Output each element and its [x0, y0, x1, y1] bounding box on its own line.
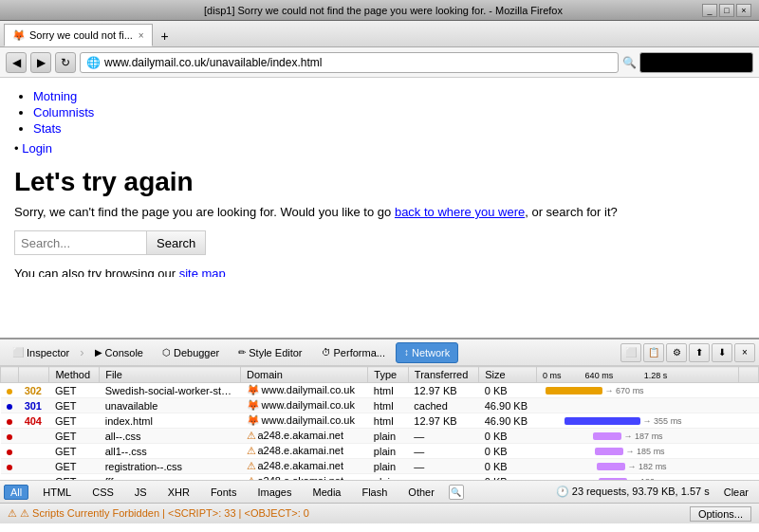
row-transferred: —	[408, 459, 478, 474]
row-size: 0 KB	[479, 429, 537, 444]
nav-link-columnists[interactable]: Columnists	[33, 105, 94, 119]
row-indicator	[1, 413, 19, 429]
sitemap-link[interactable]: site map	[179, 266, 226, 277]
row-status: 301	[19, 398, 49, 413]
filter-xhr[interactable]: XHR	[161, 485, 196, 500]
devtools-tab-network[interactable]: ↕ Network	[396, 342, 458, 363]
requests-summary: 🕐 23 requests, 93.79 KB, 1.57 s	[556, 486, 710, 498]
maximize-button[interactable]: □	[719, 4, 734, 17]
row-domain: ⚠a248.e.akamai.net	[241, 459, 368, 474]
row-extra	[738, 398, 758, 413]
row-indicator	[1, 383, 19, 398]
back-button[interactable]: ◀	[6, 52, 27, 73]
filter-other[interactable]: Other	[401, 485, 441, 500]
settings-button[interactable]: ⚙	[666, 343, 687, 362]
security-warning: ⚠ ⚠ Scripts Currently Forbidden | <SCRIP…	[8, 507, 309, 520]
row-file: unavailable	[100, 398, 241, 413]
filter-js[interactable]: JS	[128, 485, 154, 500]
search-bar-area: 🔍	[622, 52, 753, 73]
devtools-tab-debugger[interactable]: ⬡ Debugger	[154, 342, 228, 363]
row-extra	[738, 459, 758, 474]
devtools-tab-style-editor[interactable]: ✏ Style Editor	[230, 342, 310, 363]
security-icon: 🌐	[86, 56, 101, 69]
row-transferred: —	[408, 429, 478, 444]
row-type: html	[368, 413, 409, 429]
row-indicator	[1, 429, 19, 444]
table-row: 301 GET unavailable 🦊www.dailymail.co.uk…	[1, 398, 759, 413]
row-size: 0 KB	[479, 444, 537, 459]
filter-media[interactable]: Media	[305, 485, 347, 500]
search-button[interactable]: Search	[147, 230, 206, 255]
row-size: 46.90 KB	[479, 398, 537, 413]
row-file: Swedish-social-worker-stabbed-t...	[100, 383, 241, 398]
sitemap-text: You can also try browsing our site map	[14, 266, 745, 277]
devtools-tab-console[interactable]: ▶ Console	[86, 342, 152, 363]
refresh-button[interactable]: ↻	[55, 52, 76, 73]
performance-label: Performa...	[334, 347, 385, 358]
col-indicator	[1, 367, 19, 383]
url-field-wrap[interactable]: 🌐	[80, 52, 619, 73]
row-extra	[738, 444, 758, 459]
options-button[interactable]: Options...	[690, 506, 751, 522]
close-devtools-button[interactable]: ×	[734, 343, 755, 362]
browser-search-input[interactable]	[639, 52, 753, 73]
filter-flash[interactable]: Flash	[355, 485, 394, 500]
row-domain: ⚠a248.e.akamai.net	[241, 429, 368, 444]
page-subtitle: Sorry, we can't find the page you are lo…	[14, 205, 745, 219]
filter-html[interactable]: HTML	[36, 485, 78, 500]
login-link[interactable]: Login	[22, 141, 52, 156]
clear-button[interactable]: Clear	[717, 485, 755, 500]
requests-info-text: 23 requests, 93.79 KB, 1.57 s	[572, 486, 710, 497]
window-controls[interactable]: _ □ ×	[702, 4, 751, 17]
tab-favicon: 🦊	[12, 29, 26, 42]
devtools-toolbar: ⬜ Inspector › ▶ Console ⬡ Debugger ✏ Sty…	[0, 339, 759, 366]
tab-bar: 🦊 Sorry we could not fi... × +	[0, 21, 759, 47]
nav-link-stats[interactable]: Stats	[33, 121, 62, 136]
new-tab-button[interactable]: +	[155, 26, 176, 46]
minimize-button[interactable]: _	[702, 4, 717, 17]
browser-tab-active[interactable]: 🦊 Sorry we could not fi... ×	[4, 24, 153, 46]
close-button[interactable]: ×	[736, 4, 751, 17]
row-type: plain	[368, 429, 409, 444]
table-row: 302 GET Swedish-social-worker-stabbed-t.…	[1, 383, 759, 398]
expand-button[interactable]: ⬆	[689, 343, 710, 362]
filter-all[interactable]: All	[4, 485, 28, 500]
row-timing: → 185 ms	[537, 444, 739, 459]
network-label: Network	[412, 347, 450, 358]
devtools-tab-performance[interactable]: ⏱ Performa...	[313, 342, 394, 363]
row-status	[19, 444, 49, 459]
row-status	[19, 459, 49, 474]
filter-search-icon[interactable]: 🔍	[449, 485, 464, 500]
window-title: [disp1] Sorry we could not find the page…	[65, 5, 702, 16]
row-indicator	[1, 398, 19, 413]
col-method: Method	[49, 367, 100, 383]
row-indicator	[1, 444, 19, 459]
row-domain: 🦊www.dailymail.co.uk	[241, 413, 368, 429]
filter-images[interactable]: Images	[250, 485, 298, 500]
back-link[interactable]: back to where you were	[395, 205, 525, 219]
row-transferred: —	[408, 444, 478, 459]
inspector-icon: ⬜	[12, 347, 24, 358]
col-extra	[738, 367, 758, 383]
debugger-icon: ⬡	[162, 347, 171, 358]
copy-button[interactable]: 📋	[643, 343, 664, 362]
filter-fonts[interactable]: Fonts	[204, 485, 244, 500]
tab-close-button[interactable]: ×	[139, 30, 144, 41]
row-size: 46.90 KB	[479, 413, 537, 429]
warning-icon: ⚠	[8, 507, 17, 519]
row-extra	[738, 383, 758, 398]
row-transferred: cached	[408, 398, 478, 413]
row-indicator	[1, 459, 19, 474]
row-status: 302	[19, 383, 49, 398]
url-input[interactable]	[104, 56, 612, 69]
devtools-tab-inspector[interactable]: ⬜ Inspector	[4, 342, 78, 363]
filter-css[interactable]: CSS	[85, 485, 120, 500]
page-search-input[interactable]	[14, 230, 147, 255]
shrink-button[interactable]: ⬇	[712, 343, 732, 362]
network-table-container: Method File Domain Type Transferred Size…	[0, 366, 759, 480]
forward-button[interactable]: ▶	[30, 52, 51, 73]
dock-button[interactable]: ⬜	[620, 343, 641, 362]
row-timing: → 187 ms	[537, 429, 739, 444]
nav-link-motning[interactable]: Motning	[33, 89, 77, 103]
options-area: Options...	[690, 506, 751, 522]
